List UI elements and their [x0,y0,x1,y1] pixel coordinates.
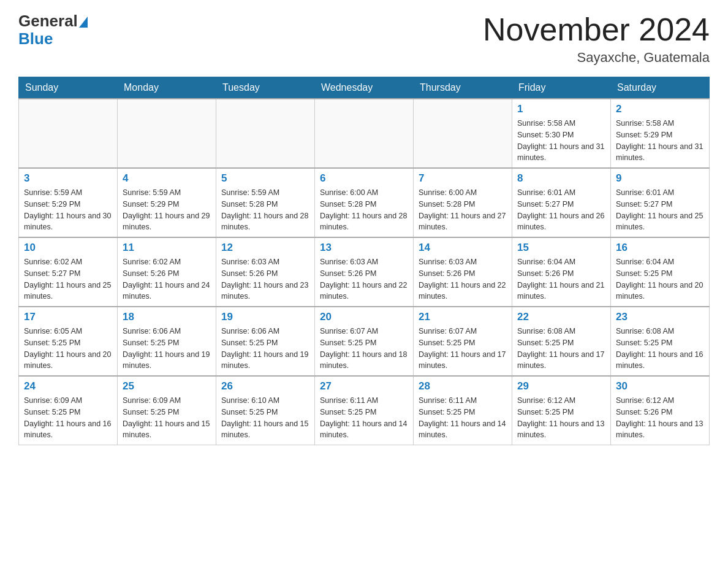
calendar-cell: 5Sunrise: 5:59 AMSunset: 5:28 PMDaylight… [216,168,315,237]
day-number: 23 [616,311,704,323]
calendar-cell: 1Sunrise: 5:58 AMSunset: 5:30 PMDaylight… [512,99,611,168]
logo-triangle-icon [79,17,88,28]
week-row-4: 17Sunrise: 6:05 AMSunset: 5:25 PMDayligh… [19,307,710,376]
day-info: Sunrise: 6:01 AMSunset: 5:27 PMDaylight:… [517,187,605,233]
day-info: Sunrise: 6:04 AMSunset: 5:26 PMDaylight:… [517,256,605,302]
calendar-cell [414,99,512,168]
day-number: 15 [517,242,605,254]
column-header-thursday: Thursday [414,77,512,99]
calendar-cell: 27Sunrise: 6:11 AMSunset: 5:25 PMDayligh… [315,376,414,445]
calendar-cell: 28Sunrise: 6:11 AMSunset: 5:25 PMDayligh… [414,376,512,445]
calendar-cell: 17Sunrise: 6:05 AMSunset: 5:25 PMDayligh… [19,307,118,376]
day-info: Sunrise: 6:11 AMSunset: 5:25 PMDaylight:… [320,395,408,441]
day-number: 14 [419,242,507,254]
calendar-header-row: SundayMondayTuesdayWednesdayThursdayFrid… [19,77,710,99]
day-number: 25 [123,380,211,393]
calendar-cell: 23Sunrise: 6:08 AMSunset: 5:25 PMDayligh… [611,307,710,376]
day-number: 30 [616,380,704,393]
calendar-cell: 6Sunrise: 6:00 AMSunset: 5:28 PMDaylight… [315,168,414,237]
day-number: 9 [616,172,704,185]
calendar-cell: 18Sunrise: 6:06 AMSunset: 5:25 PMDayligh… [118,307,216,376]
day-info: Sunrise: 6:04 AMSunset: 5:25 PMDaylight:… [616,256,704,302]
day-number: 17 [24,311,112,323]
day-number: 24 [24,380,112,393]
calendar-cell: 11Sunrise: 6:02 AMSunset: 5:26 PMDayligh… [118,237,216,307]
logo-general: General [18,12,78,30]
day-info: Sunrise: 6:08 AMSunset: 5:25 PMDaylight:… [517,326,605,372]
calendar-cell: 24Sunrise: 6:09 AMSunset: 5:25 PMDayligh… [19,376,118,445]
column-header-sunday: Sunday [19,77,118,99]
calendar-cell: 29Sunrise: 6:12 AMSunset: 5:25 PMDayligh… [512,376,611,445]
day-number: 7 [419,172,507,185]
calendar-cell [315,99,414,168]
calendar-cell: 13Sunrise: 6:03 AMSunset: 5:26 PMDayligh… [315,237,414,307]
day-info: Sunrise: 6:12 AMSunset: 5:26 PMDaylight:… [616,395,704,441]
day-info: Sunrise: 6:12 AMSunset: 5:25 PMDaylight:… [517,395,605,441]
day-number: 11 [123,242,211,254]
day-number: 6 [320,172,408,185]
column-header-saturday: Saturday [611,77,710,99]
calendar-cell: 26Sunrise: 6:10 AMSunset: 5:25 PMDayligh… [216,376,315,445]
day-info: Sunrise: 5:58 AMSunset: 5:30 PMDaylight:… [517,118,605,164]
calendar-cell: 10Sunrise: 6:02 AMSunset: 5:27 PMDayligh… [19,237,118,307]
week-row-1: 1Sunrise: 5:58 AMSunset: 5:30 PMDaylight… [19,99,710,168]
title-section: November 2024 Sayaxche, Guatemala [483,12,710,66]
day-number: 29 [517,380,605,393]
calendar-cell: 12Sunrise: 6:03 AMSunset: 5:26 PMDayligh… [216,237,315,307]
column-header-wednesday: Wednesday [315,77,414,99]
calendar-cell: 4Sunrise: 5:59 AMSunset: 5:29 PMDaylight… [118,168,216,237]
day-info: Sunrise: 6:05 AMSunset: 5:25 PMDaylight:… [24,326,112,372]
calendar-cell [19,99,118,168]
day-number: 26 [221,380,309,393]
calendar-cell: 8Sunrise: 6:01 AMSunset: 5:27 PMDaylight… [512,168,611,237]
calendar-cell: 14Sunrise: 6:03 AMSunset: 5:26 PMDayligh… [414,237,512,307]
day-number: 20 [320,311,408,323]
day-info: Sunrise: 5:59 AMSunset: 5:29 PMDaylight:… [123,187,211,233]
calendar-cell [118,99,216,168]
day-info: Sunrise: 6:02 AMSunset: 5:27 PMDaylight:… [24,256,112,302]
day-number: 16 [616,242,704,254]
day-number: 5 [221,172,309,185]
day-info: Sunrise: 6:06 AMSunset: 5:25 PMDaylight:… [123,326,211,372]
day-info: Sunrise: 5:59 AMSunset: 5:29 PMDaylight:… [24,187,112,233]
calendar-cell: 21Sunrise: 6:07 AMSunset: 5:25 PMDayligh… [414,307,512,376]
day-info: Sunrise: 6:03 AMSunset: 5:26 PMDaylight:… [419,256,507,302]
calendar-cell: 9Sunrise: 6:01 AMSunset: 5:27 PMDaylight… [611,168,710,237]
day-info: Sunrise: 6:00 AMSunset: 5:28 PMDaylight:… [320,187,408,233]
calendar-cell: 2Sunrise: 5:58 AMSunset: 5:29 PMDaylight… [611,99,710,168]
calendar-cell: 16Sunrise: 6:04 AMSunset: 5:25 PMDayligh… [611,237,710,307]
day-number: 19 [221,311,309,323]
calendar-cell: 7Sunrise: 6:00 AMSunset: 5:28 PMDaylight… [414,168,512,237]
day-info: Sunrise: 6:11 AMSunset: 5:25 PMDaylight:… [419,395,507,441]
day-info: Sunrise: 6:06 AMSunset: 5:25 PMDaylight:… [221,326,309,372]
calendar-cell: 15Sunrise: 6:04 AMSunset: 5:26 PMDayligh… [512,237,611,307]
day-info: Sunrise: 6:07 AMSunset: 5:25 PMDaylight:… [419,326,507,372]
day-info: Sunrise: 6:09 AMSunset: 5:25 PMDaylight:… [24,395,112,441]
calendar-table: SundayMondayTuesdayWednesdayThursdayFrid… [18,77,710,445]
week-row-3: 10Sunrise: 6:02 AMSunset: 5:27 PMDayligh… [19,237,710,307]
day-number: 2 [616,103,704,115]
calendar-cell: 3Sunrise: 5:59 AMSunset: 5:29 PMDaylight… [19,168,118,237]
day-info: Sunrise: 6:00 AMSunset: 5:28 PMDaylight:… [419,187,507,233]
calendar-cell [216,99,315,168]
week-row-2: 3Sunrise: 5:59 AMSunset: 5:29 PMDaylight… [19,168,710,237]
day-number: 22 [517,311,605,323]
day-number: 21 [419,311,507,323]
logo: General Blue [18,12,88,47]
day-info: Sunrise: 5:58 AMSunset: 5:29 PMDaylight:… [616,118,704,164]
day-number: 18 [123,311,211,323]
column-header-tuesday: Tuesday [216,77,315,99]
calendar-cell: 20Sunrise: 6:07 AMSunset: 5:25 PMDayligh… [315,307,414,376]
column-header-monday: Monday [118,77,216,99]
day-number: 3 [24,172,112,185]
column-header-friday: Friday [512,77,611,99]
day-number: 27 [320,380,408,393]
day-number: 13 [320,242,408,254]
day-info: Sunrise: 6:03 AMSunset: 5:26 PMDaylight:… [221,256,309,302]
day-info: Sunrise: 5:59 AMSunset: 5:28 PMDaylight:… [221,187,309,233]
day-info: Sunrise: 6:09 AMSunset: 5:25 PMDaylight:… [123,395,211,441]
day-number: 10 [24,242,112,254]
week-row-5: 24Sunrise: 6:09 AMSunset: 5:25 PMDayligh… [19,376,710,445]
calendar-cell: 22Sunrise: 6:08 AMSunset: 5:25 PMDayligh… [512,307,611,376]
day-info: Sunrise: 6:08 AMSunset: 5:25 PMDaylight:… [616,326,704,372]
